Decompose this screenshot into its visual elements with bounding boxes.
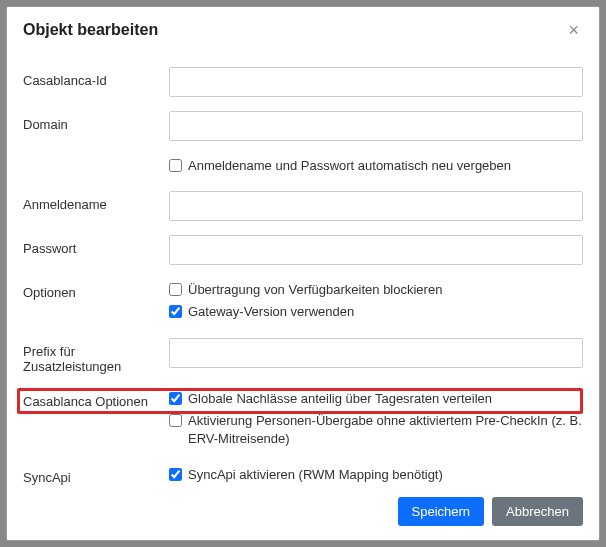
casablanca-optionen-label: Casablanca Optionen (23, 388, 169, 409)
auto-credentials-checkbox[interactable] (169, 159, 182, 172)
prefix-label: Prefix für Zusatzleistungen (23, 338, 169, 374)
cancel-button[interactable]: Abbrechen (492, 497, 583, 526)
blockieren-checkbox-row[interactable]: Übertragung von Verfügbarkeiten blockier… (169, 279, 583, 299)
globale-nachlasse-checkbox-row[interactable]: Globale Nachlässe anteilig über Tagesrat… (169, 388, 583, 408)
passwort-label: Passwort (23, 235, 169, 256)
auto-credentials-checkbox-row[interactable]: Anmeldename und Passwort automatisch neu… (169, 155, 583, 175)
save-button[interactable]: Speichern (398, 497, 485, 526)
modal-title: Objekt bearbeiten (23, 21, 158, 39)
casablanca-id-input[interactable] (169, 67, 583, 97)
anmeldename-label: Anmeldename (23, 191, 169, 212)
globale-nachlasse-label: Globale Nachlässe anteilig über Tagesrat… (188, 390, 492, 408)
passwort-input[interactable] (169, 235, 583, 265)
personen-uebergabe-checkbox-row[interactable]: Aktivierung Personen-Übergabe ohne aktiv… (169, 410, 583, 448)
optionen-label: Optionen (23, 279, 169, 300)
modal-body: Casablanca-Id Domain Anmeldename und Pas… (7, 49, 599, 487)
auto-credentials-label: Anmeldename und Passwort automatisch neu… (188, 157, 511, 175)
domain-label: Domain (23, 111, 169, 132)
close-icon[interactable]: × (564, 21, 583, 39)
syncapi-label: SyncApi (23, 464, 169, 485)
prefix-input[interactable] (169, 338, 583, 368)
gateway-checkbox[interactable] (169, 305, 182, 318)
blockieren-label: Übertragung von Verfügbarkeiten blockier… (188, 281, 442, 299)
modal-header: Objekt bearbeiten × (7, 7, 599, 49)
domain-input[interactable] (169, 111, 583, 141)
syncapi-checkbox[interactable] (169, 468, 182, 481)
edit-object-modal: Objekt bearbeiten × Casablanca-Id Domain… (6, 6, 600, 541)
anmeldename-input[interactable] (169, 191, 583, 221)
syncapi-checkbox-row[interactable]: SyncApi aktivieren (RWM Mapping benötigt… (169, 464, 583, 484)
gateway-checkbox-row[interactable]: Gateway-Version verwenden (169, 301, 583, 321)
gateway-label: Gateway-Version verwenden (188, 303, 354, 321)
syncapi-aktivieren-label: SyncApi aktivieren (RWM Mapping benötigt… (188, 466, 443, 484)
personen-uebergabe-label: Aktivierung Personen-Übergabe ohne aktiv… (188, 412, 583, 448)
blockieren-checkbox[interactable] (169, 283, 182, 296)
modal-footer: Speichern Abbrechen (7, 487, 599, 540)
personen-uebergabe-checkbox[interactable] (169, 414, 182, 427)
globale-nachlasse-checkbox[interactable] (169, 392, 182, 405)
casablanca-id-label: Casablanca-Id (23, 67, 169, 88)
